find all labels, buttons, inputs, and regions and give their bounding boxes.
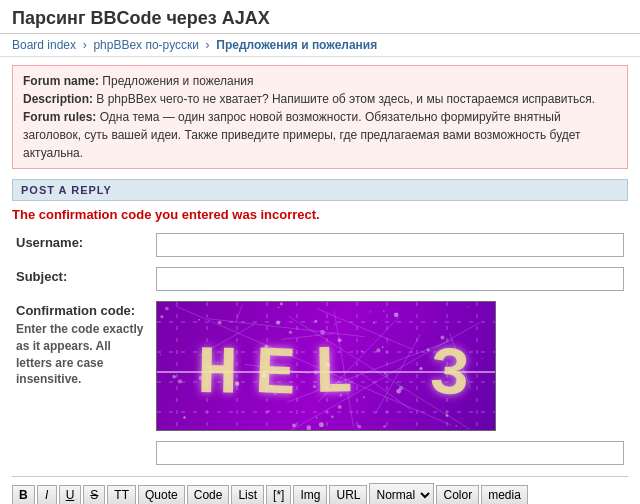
breadcrumb-forum[interactable]: phpBBex по-русски	[93, 38, 199, 52]
captcha-label: Confirmation code:	[16, 303, 148, 318]
forum-name-value: Предложения и пожелания	[102, 74, 253, 88]
captcha-input-row	[12, 436, 628, 470]
underline-button[interactable]: U	[59, 485, 82, 504]
tt-button[interactable]: TT	[107, 485, 136, 504]
forum-description-value: В phpBBex чего-то не хватает? Напишите о…	[96, 92, 595, 106]
forum-name-label: Forum name:	[23, 74, 99, 88]
captcha-input-cell	[152, 436, 628, 470]
breadcrumb: Board index › phpBBex по-русски › Предло…	[0, 34, 640, 57]
post-form: Username: Subject: Confirmation code: En…	[12, 228, 628, 470]
code-button[interactable]: Code	[187, 485, 230, 504]
username-label: Username:	[12, 228, 152, 262]
username-input[interactable]	[156, 233, 624, 257]
captcha-image-cell	[152, 296, 628, 436]
media-button[interactable]: media	[481, 485, 528, 504]
subject-input[interactable]	[156, 267, 624, 291]
strike-button[interactable]: S	[83, 485, 105, 504]
username-row: Username:	[12, 228, 628, 262]
username-field-cell	[152, 228, 628, 262]
captcha-row: Confirmation code: Enter the code exactl…	[12, 296, 628, 436]
captcha-input-label	[12, 436, 152, 470]
forum-rules-value: Одна тема — один запрос новой возможност…	[23, 110, 581, 160]
page-title: Парсинг BBCode через AJAX	[0, 0, 640, 34]
img-button[interactable]: Img	[293, 485, 327, 504]
post-reply-header: POST A REPLY	[12, 179, 628, 201]
list-button[interactable]: List	[231, 485, 264, 504]
forum-description-line: Description: В phpBBex чего-то не хватае…	[23, 90, 617, 108]
quote-button[interactable]: Quote	[138, 485, 185, 504]
toolbar: B I U S TT Quote Code List [*] Img URL N…	[12, 483, 628, 504]
divider	[12, 476, 628, 477]
breadcrumb-current: Предложения и пожелания	[216, 38, 377, 52]
captcha-hint: Enter the code exactly as it appears. Al…	[16, 321, 148, 388]
forum-name-line: Forum name: Предложения и пожелания	[23, 72, 617, 90]
forum-rules-label: Forum rules:	[23, 110, 96, 124]
forum-rules-line: Forum rules: Одна тема — один запрос нов…	[23, 108, 617, 162]
captcha-input[interactable]	[156, 441, 624, 465]
bullet-button[interactable]: [*]	[266, 485, 291, 504]
forum-description-label: Description:	[23, 92, 93, 106]
bold-button[interactable]: B	[12, 485, 35, 504]
forum-info-box: Forum name: Предложения и пожелания Desc…	[12, 65, 628, 169]
size-select[interactable]: Normal Tiny Small Large Huge	[369, 483, 434, 504]
subject-label: Subject:	[12, 262, 152, 296]
subject-row: Subject:	[12, 262, 628, 296]
breadcrumb-home[interactable]: Board index	[12, 38, 76, 52]
subject-field-cell	[152, 262, 628, 296]
error-message: The confirmation code you entered was in…	[12, 207, 628, 222]
captcha-image	[156, 301, 496, 431]
captcha-label-cell: Confirmation code: Enter the code exactl…	[12, 296, 152, 436]
url-button[interactable]: URL	[329, 485, 367, 504]
color-button[interactable]: Color	[436, 485, 479, 504]
italic-button[interactable]: I	[37, 485, 57, 504]
